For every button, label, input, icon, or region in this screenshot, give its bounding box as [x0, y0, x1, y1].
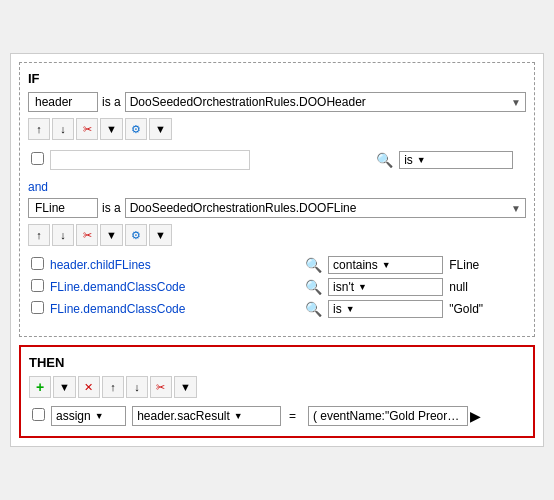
value-cell-3: "Gold" — [446, 298, 526, 320]
gear-caret-2[interactable]: ▼ — [149, 224, 172, 246]
field-cell-1: header.childFLines — [47, 254, 302, 276]
operator-cell-3: is ▼ — [325, 298, 446, 320]
checkbox-cell-1 — [28, 254, 47, 276]
then-conditions-table: assign ▼ header.sacResult ▼ = ( eventNam… — [29, 404, 525, 428]
delete-then-btn[interactable]: ✕ — [78, 376, 100, 398]
conditions-table-1: 🔍 is ▼ — [28, 148, 526, 172]
operator-dropdown-empty[interactable]: is ▼ — [399, 151, 513, 169]
then-field-caret: ▼ — [234, 411, 243, 421]
scissors-then-caret[interactable]: ▼ — [174, 376, 197, 398]
then-action-cell: assign ▼ — [48, 404, 129, 428]
then-checkbox-1[interactable] — [32, 408, 45, 421]
cond-row-1: header.childFLines 🔍 contains ▼ FLine — [28, 254, 526, 276]
then-row-1: assign ▼ header.sacResult ▼ = ( eventNam… — [29, 404, 525, 428]
operator-cell-2: isn't ▼ — [325, 276, 446, 298]
and-label: and — [28, 180, 526, 194]
operator-dropdown-1[interactable]: contains ▼ — [328, 256, 443, 274]
empty-field-cell — [47, 148, 373, 172]
gear-btn-2[interactable]: ⚙ — [125, 224, 147, 246]
entity-row-1: header is a DooSeededOrchestrationRules.… — [28, 92, 526, 112]
search-icon-cell-empty: 🔍 — [373, 148, 396, 172]
search-icon-1[interactable]: 🔍 — [305, 257, 322, 273]
entity-name-2: FLine — [28, 198, 98, 218]
cond-checkbox-3[interactable] — [31, 301, 44, 314]
toolbar-1: ↑ ↓ ✂ ▼ ⚙ ▼ — [28, 116, 526, 142]
up-then-btn[interactable]: ↑ — [102, 376, 124, 398]
search-icon-empty[interactable]: 🔍 — [376, 152, 393, 168]
then-field-cell: header.sacResult ▼ — [129, 404, 284, 428]
then-action-dropdown[interactable]: assign ▼ — [51, 406, 126, 426]
then-checkbox-cell — [29, 404, 48, 428]
scissors-btn-1[interactable]: ✂ — [76, 118, 98, 140]
search-icon-cell-3: 🔍 — [302, 298, 325, 320]
up-btn-1[interactable]: ↑ — [28, 118, 50, 140]
rule-block-2: FLine is a DooSeededOrchestrationRules.D… — [28, 198, 526, 320]
cond-checkbox-empty[interactable] — [31, 152, 44, 165]
dropdown-arrow-1: ▼ — [511, 97, 521, 108]
cond-field-3[interactable]: FLine.demandClassCode — [50, 302, 185, 316]
field-cell-3: FLine.demandClassCode — [47, 298, 302, 320]
is-a-label-1: is a — [102, 95, 121, 109]
add-then-caret[interactable]: ▼ — [53, 376, 76, 398]
scissors-caret-1[interactable]: ▼ — [100, 118, 123, 140]
operator-dropdown-3[interactable]: is ▼ — [328, 300, 443, 318]
entity-type-dropdown-2[interactable]: DooSeededOrchestrationRules.DOOFLine ▼ — [125, 198, 526, 218]
down-btn-1[interactable]: ↓ — [52, 118, 74, 140]
operator-caret-2: ▼ — [358, 282, 367, 292]
scroll-right-icon[interactable]: ▶ — [470, 408, 481, 424]
operator-caret-empty: ▼ — [417, 155, 426, 165]
checkbox-cell-empty — [28, 148, 47, 172]
checkbox-cell-3 — [28, 298, 47, 320]
dropdown-arrow-2: ▼ — [511, 203, 521, 214]
gear-caret-1[interactable]: ▼ — [149, 118, 172, 140]
entity-row-2: FLine is a DooSeededOrchestrationRules.D… — [28, 198, 526, 218]
then-equals-cell: = — [284, 404, 305, 428]
operator-caret-3: ▼ — [346, 304, 355, 314]
search-icon-2[interactable]: 🔍 — [305, 279, 322, 295]
down-then-btn[interactable]: ↓ — [126, 376, 148, 398]
then-action-caret: ▼ — [95, 411, 104, 421]
entity-type-dropdown-1[interactable]: DooSeededOrchestrationRules.DOOHeader ▼ — [125, 92, 526, 112]
then-equals: = — [289, 409, 296, 423]
if-section: IF header is a DooSeededOrchestrationRul… — [19, 62, 535, 337]
gear-btn-1[interactable]: ⚙ — [125, 118, 147, 140]
rule-block-1: header is a DooSeededOrchestrationRules.… — [28, 92, 526, 172]
field-cell-2: FLine.demandClassCode — [47, 276, 302, 298]
up-btn-2[interactable]: ↑ — [28, 224, 50, 246]
scissors-btn-2[interactable]: ✂ — [76, 224, 98, 246]
search-icon-3[interactable]: 🔍 — [305, 301, 322, 317]
toolbar-2: ↑ ↓ ✂ ▼ ⚙ ▼ — [28, 222, 526, 248]
then-toolbar: + ▼ ✕ ↑ ↓ ✂ ▼ — [29, 376, 525, 398]
value-cell-empty — [516, 148, 526, 172]
empty-cond-row: 🔍 is ▼ — [28, 148, 526, 172]
cond-row-3: FLine.demandClassCode 🔍 is ▼ "Gold" — [28, 298, 526, 320]
scissors-caret-2[interactable]: ▼ — [100, 224, 123, 246]
add-then-btn[interactable]: + — [29, 376, 51, 398]
value-cell-2: null — [446, 276, 526, 298]
is-a-label-2: is a — [102, 201, 121, 215]
value-cell-1: FLine — [446, 254, 526, 276]
operator-caret-1: ▼ — [382, 260, 391, 270]
scissors-then-btn[interactable]: ✂ — [150, 376, 172, 398]
cond-field-1[interactable]: header.childFLines — [50, 258, 151, 272]
search-icon-cell-1: 🔍 — [302, 254, 325, 276]
operator-cell-1: contains ▼ — [325, 254, 446, 276]
then-section: THEN + ▼ ✕ ↑ ↓ ✂ ▼ assign ▼ — [19, 345, 535, 438]
search-icon-cell-2: 🔍 — [302, 276, 325, 298]
then-value-field[interactable]: ( eventName:"Gold Preorders"), reevaluat… — [308, 406, 468, 426]
if-label: IF — [28, 71, 526, 86]
cond-row-2: FLine.demandClassCode 🔍 isn't ▼ null — [28, 276, 526, 298]
cond-checkbox-1[interactable] — [31, 257, 44, 270]
cond-checkbox-2[interactable] — [31, 279, 44, 292]
then-field-dropdown[interactable]: header.sacResult ▼ — [132, 406, 281, 426]
then-label: THEN — [29, 355, 525, 370]
checkbox-cell-2 — [28, 276, 47, 298]
operator-cell-empty: is ▼ — [396, 148, 516, 172]
cond-field-2[interactable]: FLine.demandClassCode — [50, 280, 185, 294]
down-btn-2[interactable]: ↓ — [52, 224, 74, 246]
operator-dropdown-2[interactable]: isn't ▼ — [328, 278, 443, 296]
entity-name-1: header — [28, 92, 98, 112]
then-value-cell: ( eventName:"Gold Preorders"), reevaluat… — [305, 404, 525, 428]
conditions-table-2: header.childFLines 🔍 contains ▼ FLine — [28, 254, 526, 320]
